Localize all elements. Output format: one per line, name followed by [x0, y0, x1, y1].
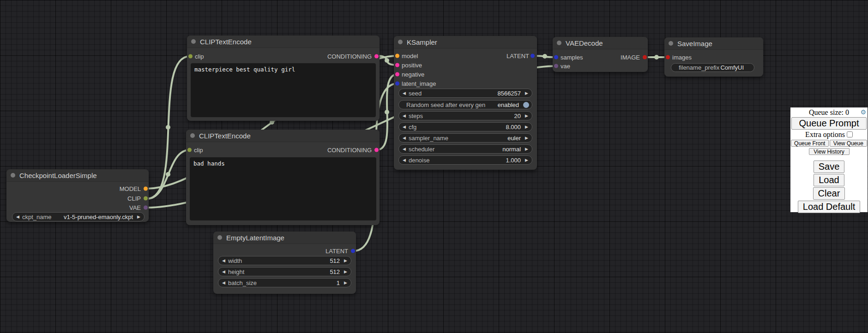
denoise-widget[interactable]: ◀ denoise 1.000 ▶ — [398, 155, 532, 165]
queue-prompt-button[interactable]: Queue Prompt — [791, 117, 867, 130]
increment-arrow-icon[interactable]: ▶ — [525, 158, 528, 162]
node-titlebar[interactable]: CLIPTextEncode — [186, 130, 380, 142]
widget-value: 8566257 — [497, 90, 521, 97]
queue-front-button[interactable]: Queue Front — [791, 140, 829, 147]
increment-arrow-icon[interactable]: ▶ — [344, 270, 347, 274]
view-queue-button[interactable]: View Queue — [830, 140, 868, 147]
queue-size-row: Queue size: 0 ⚙ — [790, 108, 868, 116]
sampler-name-widget[interactable]: ◀ sampler_name euler ▶ — [398, 133, 532, 143]
width-widget[interactable]: ◀ width 512 ▶ — [218, 256, 351, 265]
load-default-button[interactable]: Load Default — [798, 201, 860, 213]
decrement-arrow-icon[interactable]: ◀ — [403, 114, 406, 118]
save-button[interactable]: Save — [814, 161, 845, 173]
increment-arrow-icon[interactable]: ▶ — [344, 259, 347, 263]
increment-arrow-icon[interactable]: ▶ — [525, 125, 528, 129]
increment-arrow-icon[interactable]: ▶ — [525, 136, 528, 140]
node-titlebar[interactable]: SaveImage — [664, 37, 763, 50]
node-titlebar[interactable]: VAEDecode — [553, 37, 648, 49]
collapse-dot-icon[interactable] — [669, 41, 673, 46]
vae-output-slot[interactable] — [144, 206, 148, 210]
load-button[interactable]: Load — [814, 174, 844, 186]
decrement-arrow-icon[interactable]: ◀ — [403, 147, 406, 151]
node-vae-decode: VAEDecode samples IMAGE vae — [553, 37, 648, 72]
positive-input-slot[interactable] — [395, 63, 399, 67]
prompt-text-area[interactable]: masterpiece best quality girl — [191, 63, 376, 117]
comfyui-canvas[interactable]: CheckpointLoaderSimple MODEL CLIP VAE ◀ … — [0, 0, 868, 333]
height-widget[interactable]: ◀ height 512 ▶ — [218, 267, 351, 276]
decrement-arrow-icon[interactable]: ◀ — [403, 158, 406, 162]
widget-value: 512 — [330, 257, 340, 264]
images-input-slot[interactable] — [666, 55, 670, 59]
clear-button[interactable]: Clear — [813, 187, 845, 200]
collapse-dot-icon[interactable] — [398, 40, 403, 44]
filename-prefix-widget[interactable]: filename_prefix ComfyUI — [671, 63, 754, 72]
input-label: positive — [402, 62, 422, 69]
decrement-arrow-icon[interactable]: ◀ — [222, 259, 225, 263]
node-titlebar[interactable]: EmptyLatentImage — [213, 232, 356, 244]
node-ksampler: KSampler model LATENT positive negative … — [394, 36, 537, 170]
widget-value: ComfyUI — [720, 64, 744, 71]
wire-midpoint-dot — [542, 54, 547, 59]
slot-row: latent_image — [394, 79, 537, 88]
slot-row: LATENT — [213, 246, 356, 256]
extra-options-checkbox[interactable] — [847, 131, 853, 137]
decrement-arrow-icon[interactable]: ◀ — [222, 270, 225, 274]
prompt-text-area[interactable]: bad hands — [190, 157, 376, 220]
slot-row: CONDITIONING — [186, 145, 380, 155]
node-title: CLIPTextEncode — [199, 132, 251, 140]
vae-input-slot[interactable] — [554, 64, 558, 68]
collapse-dot-icon[interactable] — [557, 41, 561, 45]
negative-input-slot[interactable] — [395, 72, 399, 77]
latent-output-slot[interactable] — [530, 54, 535, 58]
node-titlebar[interactable]: CLIPTextEncode — [187, 36, 380, 48]
slot-row: images — [664, 53, 763, 62]
widget-label: Random seed after every gen — [406, 101, 485, 108]
ckpt-name-widget[interactable]: ◀ ckpt_name v1-5-pruned-emaonly.ckpt ▶ — [12, 212, 145, 221]
steps-widget[interactable]: ◀ steps 20 ▶ — [398, 111, 532, 120]
node-titlebar[interactable]: CheckpointLoaderSimple — [6, 169, 149, 182]
increment-arrow-icon[interactable]: ▶ — [525, 114, 528, 118]
increment-arrow-icon[interactable]: ▶ — [525, 91, 528, 95]
widget-value: 1.000 — [506, 157, 521, 164]
conditioning-output-slot[interactable] — [374, 148, 379, 152]
slot-row: LATENT — [394, 51, 537, 60]
collapse-dot-icon[interactable] — [217, 235, 222, 240]
toggle-on-icon[interactable] — [523, 102, 529, 108]
node-titlebar[interactable]: KSampler — [394, 36, 537, 48]
decrement-arrow-icon[interactable]: ◀ — [222, 281, 225, 285]
decrement-arrow-icon[interactable]: ◀ — [403, 91, 406, 95]
scheduler-widget[interactable]: ◀ scheduler normal ▶ — [398, 144, 532, 154]
slot-row: negative — [394, 70, 537, 79]
widget-label: width — [228, 257, 242, 264]
decrement-arrow-icon[interactable]: ◀ — [403, 125, 406, 129]
cfg-widget[interactable]: ◀ cfg 8.000 ▶ — [398, 122, 532, 131]
latent-image-input-slot[interactable] — [395, 82, 399, 86]
conditioning-output-slot[interactable] — [374, 54, 379, 59]
collapse-dot-icon[interactable] — [191, 39, 196, 44]
slot-row: MODEL — [6, 184, 149, 193]
settings-gear-icon[interactable]: ⚙ — [860, 108, 866, 116]
view-history-button[interactable]: View History — [809, 148, 850, 155]
decrement-arrow-icon[interactable]: ◀ — [16, 215, 19, 219]
collapse-dot-icon[interactable] — [190, 133, 195, 138]
slot-row: vae — [553, 61, 648, 71]
decrement-arrow-icon[interactable]: ◀ — [403, 136, 406, 140]
increment-arrow-icon[interactable]: ▶ — [344, 281, 347, 285]
clip-output-slot[interactable] — [144, 196, 148, 201]
seed-widget[interactable]: ◀ seed 8566257 ▶ — [398, 89, 532, 98]
image-output-slot[interactable] — [643, 55, 647, 59]
widget-value: v1-5-pruned-emaonly.ckpt — [64, 214, 133, 220]
slot-row: IMAGE — [553, 53, 648, 62]
latent-output-slot[interactable] — [351, 249, 355, 253]
slot-row: CONDITIONING — [187, 52, 380, 61]
collapse-dot-icon[interactable] — [11, 173, 15, 178]
increment-arrow-icon[interactable]: ▶ — [525, 147, 528, 151]
random-seed-toggle-widget[interactable]: Random seed after every gen enabled — [398, 100, 532, 109]
node-title: VAEDecode — [566, 39, 603, 47]
increment-arrow-icon[interactable]: ▶ — [137, 215, 140, 219]
widget-label: scheduler — [409, 146, 434, 153]
model-output-slot[interactable] — [144, 187, 148, 191]
node-title: CLIPTextEncode — [200, 38, 252, 46]
batch-size-widget[interactable]: ◀ batch_size 1 ▶ — [218, 278, 351, 287]
slot-row: CLIP — [6, 194, 149, 203]
